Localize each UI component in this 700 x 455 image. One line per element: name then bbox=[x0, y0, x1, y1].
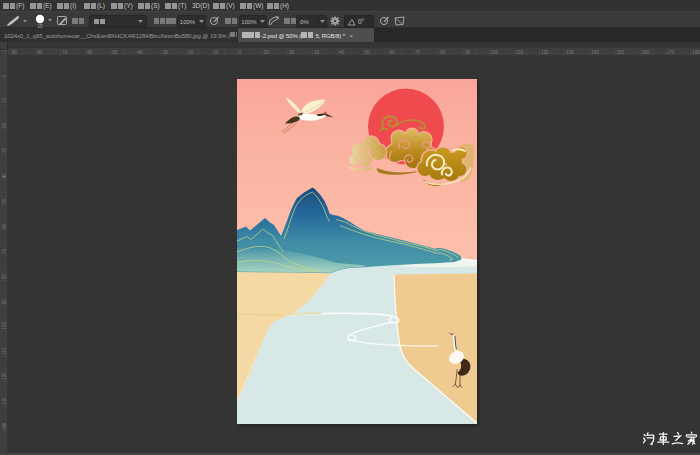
svg-text:80: 80 bbox=[2, 274, 7, 280]
svg-text:20: 20 bbox=[289, 50, 295, 55]
svg-text:90: 90 bbox=[465, 50, 471, 55]
svg-text:70: 70 bbox=[415, 50, 421, 55]
svg-text:100: 100 bbox=[2, 321, 7, 329]
svg-text:70: 70 bbox=[62, 50, 68, 55]
svg-text:100: 100 bbox=[491, 50, 499, 55]
svg-text:60: 60 bbox=[87, 50, 93, 55]
svg-text:0: 0 bbox=[239, 50, 242, 55]
svg-text:110: 110 bbox=[2, 347, 7, 355]
svg-text:50: 50 bbox=[365, 50, 371, 55]
svg-text:40: 40 bbox=[2, 173, 7, 179]
svg-text:10: 10 bbox=[2, 50, 7, 52]
svg-text:150: 150 bbox=[617, 50, 625, 55]
svg-text:120: 120 bbox=[541, 50, 549, 55]
svg-text:120: 120 bbox=[2, 372, 7, 380]
svg-text:0: 0 bbox=[2, 75, 7, 78]
svg-text:140: 140 bbox=[591, 50, 599, 55]
svg-text:130: 130 bbox=[2, 397, 7, 405]
svg-text:170: 170 bbox=[667, 50, 675, 55]
svg-text:20: 20 bbox=[2, 122, 7, 128]
svg-text:10: 10 bbox=[2, 97, 7, 103]
svg-text:130: 130 bbox=[566, 50, 574, 55]
svg-text:10: 10 bbox=[213, 50, 219, 55]
svg-text:140: 140 bbox=[2, 422, 7, 430]
svg-text:30: 30 bbox=[2, 148, 7, 154]
svg-text:110: 110 bbox=[516, 50, 524, 55]
svg-text:160: 160 bbox=[642, 50, 650, 55]
svg-text:50: 50 bbox=[113, 50, 119, 55]
svg-text:10: 10 bbox=[264, 50, 270, 55]
svg-text:20: 20 bbox=[188, 50, 194, 55]
svg-text:50: 50 bbox=[2, 198, 7, 204]
svg-text:60: 60 bbox=[2, 223, 7, 229]
svg-text:180: 180 bbox=[692, 50, 700, 55]
svg-text:30: 30 bbox=[163, 50, 169, 55]
svg-text:70: 70 bbox=[2, 248, 7, 254]
svg-text:40: 40 bbox=[339, 50, 345, 55]
svg-text:80: 80 bbox=[37, 50, 43, 55]
svg-text:90: 90 bbox=[12, 50, 18, 55]
svg-text:40: 40 bbox=[138, 50, 144, 55]
svg-text:60: 60 bbox=[390, 50, 396, 55]
svg-text:90: 90 bbox=[2, 299, 7, 305]
svg-text:80: 80 bbox=[440, 50, 446, 55]
svg-text:30: 30 bbox=[314, 50, 320, 55]
